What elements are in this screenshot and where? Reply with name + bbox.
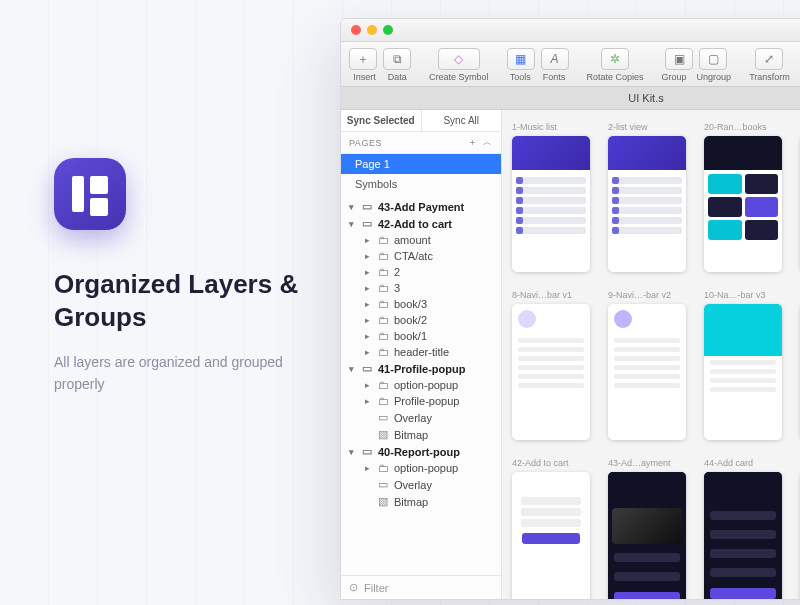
layers-sidebar: Sync Selected Sync All PAGES ＋ ︿ Page 1 … (341, 110, 502, 599)
page-item-page1[interactable]: Page 1 (341, 154, 501, 174)
document-tab[interactable]: UI Kit.s (628, 92, 663, 104)
canvas[interactable]: 1-Music list 2-list view 20-Ran…books (502, 110, 800, 599)
collapse-pages-icon[interactable]: ︿ (483, 136, 493, 149)
layer-icon: ▭ (377, 411, 389, 424)
ungroup-icon[interactable]: ▢ (699, 48, 727, 70)
create-symbol-icon[interactable]: ◇ (438, 48, 480, 70)
disclosure-arrow-icon[interactable]: ▸ (363, 267, 372, 277)
transform-icon[interactable]: ⤢ (755, 48, 783, 70)
toolbar-create-symbol[interactable]: ◇ Create Symbol (429, 48, 489, 82)
disclosure-arrow-icon[interactable]: ▸ (363, 331, 372, 341)
group-icon[interactable]: ▣ (665, 48, 693, 70)
folder-icon: 🗀 (377, 314, 389, 326)
layer-row[interactable]: ▸🗀book/1 (341, 328, 501, 344)
disclosure-arrow-icon[interactable]: ▸ (363, 315, 372, 325)
layer-row[interactable]: ▧Bitmap (341, 493, 501, 510)
artboard-20-ranbooks[interactable]: 20-Ran…books (704, 122, 782, 272)
layer-row[interactable]: ▾▭43-Add Payment (341, 198, 501, 215)
toolbar-insert[interactable]: ＋ ⧉ Insert Data (349, 48, 411, 82)
disclosure-arrow-icon[interactable]: ▸ (363, 463, 372, 473)
document-tabstrip[interactable]: UI Kit.s (341, 87, 800, 110)
pages-list[interactable]: Page 1 Symbols (341, 154, 501, 194)
tools-icon[interactable]: ▦ (507, 48, 535, 70)
layer-tree[interactable]: ▾▭43-Add Payment▾▭42-Add to cart▸🗀amount… (341, 194, 501, 575)
artboard-8-navbar-v1[interactable]: 8-Navi…bar v1 (512, 290, 590, 440)
disclosure-arrow-icon[interactable]: ▸ (363, 396, 372, 406)
layer-row[interactable]: ▸🗀header-title (341, 344, 501, 360)
artboard-44-add-card[interactable]: 44-Add card (704, 458, 782, 599)
layer-row[interactable]: ▭Overlay (341, 476, 501, 493)
toolbar-tools-fonts[interactable]: ▦ A Tools Fonts (507, 48, 569, 82)
artboard-2-list-view[interactable]: 2-list view (608, 122, 686, 272)
sync-selected-button[interactable]: Sync Selected (341, 110, 422, 131)
layer-row[interactable]: ▾▭40-Report-poup (341, 443, 501, 460)
layer-row[interactable]: ▧Bitmap (341, 426, 501, 443)
disclosure-arrow-icon[interactable]: ▾ (347, 364, 356, 374)
layer-name: 41-Profile-popup (378, 363, 465, 375)
layer-name: Overlay (394, 479, 432, 491)
artboard-icon: ▭ (361, 445, 373, 458)
add-page-icon[interactable]: ＋ (468, 136, 478, 149)
folder-icon: 🗀 (377, 462, 389, 474)
layer-name: book/1 (394, 330, 427, 342)
insert-label: Insert (353, 72, 376, 82)
layer-row[interactable]: ▸🗀book/3 (341, 296, 501, 312)
window-traffic-lights[interactable] (351, 25, 393, 35)
disclosure-arrow-icon[interactable]: ▸ (363, 347, 372, 357)
window-titlebar[interactable]: UI Kit.sket (341, 19, 800, 42)
layer-row[interactable]: ▾▭42-Add to cart (341, 215, 501, 232)
folder-icon: 🗀 (377, 346, 389, 358)
disclosure-arrow-icon[interactable]: ▸ (363, 299, 372, 309)
layer-row[interactable]: ▸🗀3 (341, 280, 501, 296)
zoom-window-icon[interactable] (383, 25, 393, 35)
toolbar-rotate-copies[interactable]: ✲ Rotate Copies (587, 48, 644, 82)
fonts-icon[interactable]: A (541, 48, 569, 70)
layer-row[interactable]: ▸🗀amount (341, 232, 501, 248)
layer-row[interactable]: ▾▭41-Profile-popup (341, 360, 501, 377)
artboard-label: 20-Ran…books (704, 122, 782, 132)
layer-name: 42-Add to cart (378, 218, 452, 230)
tools-label: Tools (510, 72, 531, 82)
filter-row[interactable]: ⊙ Filter (341, 575, 501, 599)
toolbar-group-ungroup[interactable]: ▣ ▢ Group Ungroup (662, 48, 732, 82)
layer-row[interactable]: ▸🗀book/2 (341, 312, 501, 328)
layer-row[interactable]: ▸🗀option-popup (341, 377, 501, 393)
layer-name: option-popup (394, 462, 458, 474)
promo-subtitle: All layers are organized and grouped pro… (54, 351, 304, 396)
minimize-window-icon[interactable] (367, 25, 377, 35)
artboard-42-add-to-cart[interactable]: 42-Add to cart (512, 458, 590, 599)
filter-icon[interactable]: ⊙ (349, 581, 358, 594)
toolbar-transform[interactable]: ⤢ Transform (749, 48, 790, 82)
close-window-icon[interactable] (351, 25, 361, 35)
artboard-1-music-list[interactable]: 1-Music list (512, 122, 590, 272)
disclosure-arrow-icon[interactable]: ▸ (363, 380, 372, 390)
layer-name: Bitmap (394, 429, 428, 441)
artboard-43-add-payment[interactable]: 43-Ad…ayment (608, 458, 686, 599)
layer-name: 3 (394, 282, 400, 294)
filter-label: Filter (364, 582, 388, 594)
disclosure-arrow-icon[interactable]: ▸ (363, 283, 372, 293)
disclosure-arrow-icon[interactable]: ▾ (347, 447, 356, 457)
layer-name: 43-Add Payment (378, 201, 464, 213)
disclosure-arrow-icon[interactable]: ▸ (363, 251, 372, 261)
insert-plus-icon[interactable]: ＋ (349, 48, 377, 70)
layer-row[interactable]: ▸🗀CTA/atc (341, 248, 501, 264)
artboard-row-1: 1-Music list 2-list view 20-Ran…books (512, 122, 800, 272)
rotate-copies-icon[interactable]: ✲ (601, 48, 629, 70)
data-cube-icon[interactable]: ⧉ (383, 48, 411, 70)
artboard-label: 9-Navi…-bar v2 (608, 290, 686, 300)
artboard-10-navbar-v3[interactable]: 10-Na…-bar v3 (704, 290, 782, 440)
layer-row[interactable]: ▸🗀option-popup (341, 460, 501, 476)
group-label: Group (662, 72, 687, 82)
layer-row[interactable]: ▭Overlay (341, 409, 501, 426)
layer-row[interactable]: ▸🗀2 (341, 264, 501, 280)
artboard-label: 2-list view (608, 122, 686, 132)
page-item-symbols[interactable]: Symbols (341, 174, 501, 194)
disclosure-arrow-icon[interactable]: ▾ (347, 202, 356, 212)
sync-all-button[interactable]: Sync All (422, 110, 502, 131)
layer-row[interactable]: ▸🗀Profile-popup (341, 393, 501, 409)
fonts-label: Fonts (543, 72, 566, 82)
disclosure-arrow-icon[interactable]: ▸ (363, 235, 372, 245)
disclosure-arrow-icon[interactable]: ▾ (347, 219, 356, 229)
artboard-9-navbar-v2[interactable]: 9-Navi…-bar v2 (608, 290, 686, 440)
